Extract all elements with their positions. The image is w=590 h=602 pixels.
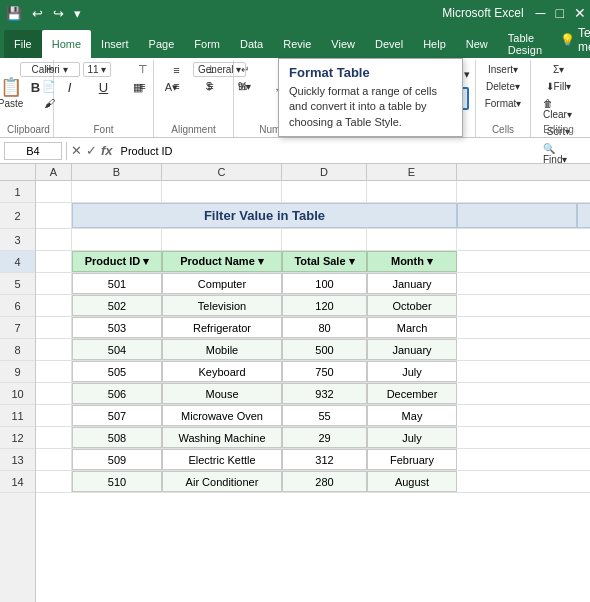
row-num-3[interactable]: 3 — [0, 229, 35, 251]
row-num-9[interactable]: 9 — [0, 361, 35, 383]
cell-9c[interactable]: Keyboard — [162, 361, 282, 382]
row-num-13[interactable]: 13 — [0, 449, 35, 471]
cell-5b[interactable]: 501 — [72, 273, 162, 294]
maximize-button[interactable]: □ — [556, 5, 564, 21]
align-top-button[interactable]: ⊤ — [127, 62, 159, 77]
find-button[interactable]: 🔍Find▾ — [537, 141, 580, 167]
cell-11a[interactable] — [36, 405, 72, 426]
cell-9d[interactable]: 750 — [282, 361, 367, 382]
close-button[interactable]: ✕ — [574, 5, 586, 21]
cell-14d[interactable]: 280 — [282, 471, 367, 492]
cell-4b[interactable]: Product ID ▾ — [72, 251, 162, 272]
undo-button[interactable]: ↩ — [30, 4, 45, 23]
formula-confirm-icon[interactable]: ✓ — [86, 143, 97, 158]
col-header-d[interactable]: D — [282, 164, 367, 180]
cell-12c[interactable]: Washing Machine — [162, 427, 282, 448]
cell-6a[interactable] — [36, 295, 72, 316]
cell-5c[interactable]: Computer — [162, 273, 282, 294]
cell-5e[interactable]: January — [367, 273, 457, 294]
cell-8d[interactable]: 500 — [282, 339, 367, 360]
cell-11d[interactable]: 55 — [282, 405, 367, 426]
cell-4d[interactable]: Total Sale ▾ — [282, 251, 367, 272]
cell-4a[interactable] — [36, 251, 72, 272]
cell-11b[interactable]: 507 — [72, 405, 162, 426]
row-num-8[interactable]: 8 — [0, 339, 35, 361]
cell-9e[interactable]: July — [367, 361, 457, 382]
redo-button[interactable]: ↪ — [51, 4, 66, 23]
cell-6d[interactable]: 120 — [282, 295, 367, 316]
col-header-c[interactable]: C — [162, 164, 282, 180]
formula-cancel-icon[interactable]: ✕ — [71, 143, 82, 158]
cell-1a[interactable] — [36, 181, 72, 202]
align-left-button[interactable]: ≡ — [127, 79, 159, 93]
cell-2c[interactable] — [457, 203, 577, 228]
cell-10d[interactable]: 932 — [282, 383, 367, 404]
cell-2a[interactable] — [36, 203, 72, 228]
cell-2d[interactable] — [577, 203, 590, 228]
cell-1e[interactable] — [367, 181, 457, 202]
row-num-7[interactable]: 7 — [0, 317, 35, 339]
cell-9a[interactable] — [36, 361, 72, 382]
cell-12d[interactable]: 29 — [282, 427, 367, 448]
cell-5a[interactable] — [36, 273, 72, 294]
cell-4e[interactable]: Month ▾ — [367, 251, 457, 272]
cell-9b[interactable]: 505 — [72, 361, 162, 382]
clear-button[interactable]: 🗑Clear▾ — [537, 96, 580, 122]
insert-cells-button[interactable]: Insert▾ — [482, 62, 524, 77]
cell-13a[interactable] — [36, 449, 72, 470]
cell-5d[interactable]: 100 — [282, 273, 367, 294]
cell-7a[interactable] — [36, 317, 72, 338]
cell-7e[interactable]: March — [367, 317, 457, 338]
cell-1c[interactable] — [162, 181, 282, 202]
col-header-a[interactable]: A — [36, 164, 72, 180]
cell-13c[interactable]: Electric Kettle — [162, 449, 282, 470]
tab-help[interactable]: Help — [413, 30, 456, 58]
row-num-11[interactable]: 11 — [0, 405, 35, 427]
row-num-12[interactable]: 12 — [0, 427, 35, 449]
cell-11e[interactable]: May — [367, 405, 457, 426]
cell-1b[interactable] — [72, 181, 162, 202]
underline-button[interactable]: U — [88, 79, 120, 96]
row-num-4[interactable]: 4 — [0, 251, 35, 273]
cell-6b[interactable]: 502 — [72, 295, 162, 316]
italic-button[interactable]: I — [54, 79, 86, 96]
cell-6e[interactable]: October — [367, 295, 457, 316]
cell-13b[interactable]: 509 — [72, 449, 162, 470]
cell-2b[interactable]: Filter Value in Table — [72, 203, 457, 228]
cell-7d[interactable]: 80 — [282, 317, 367, 338]
cell-8e[interactable]: January — [367, 339, 457, 360]
align-middle-button[interactable]: ≡ — [161, 62, 193, 77]
function-icon[interactable]: fx — [101, 143, 113, 158]
cell-3c[interactable] — [162, 229, 282, 250]
row-num-1[interactable]: 1 — [0, 181, 35, 203]
minimize-button[interactable]: ─ — [536, 5, 546, 21]
cell-10c[interactable]: Mouse — [162, 383, 282, 404]
row-num-2[interactable]: 2 — [0, 203, 35, 229]
cell-3d[interactable] — [282, 229, 367, 250]
cell-4c[interactable]: Product Name ▾ — [162, 251, 282, 272]
tab-form[interactable]: Form — [184, 30, 230, 58]
col-header-e[interactable]: E — [367, 164, 457, 180]
cell-3b[interactable] — [72, 229, 162, 250]
tab-review[interactable]: Revie — [273, 30, 321, 58]
tab-file[interactable]: File — [4, 30, 42, 58]
cell-8b[interactable]: 504 — [72, 339, 162, 360]
delete-cells-button[interactable]: Delete▾ — [480, 79, 526, 94]
tab-home[interactable]: Home — [42, 30, 91, 58]
cell-14c[interactable]: Air Conditioner — [162, 471, 282, 492]
tab-insert[interactable]: Insert — [91, 30, 139, 58]
cell-10a[interactable] — [36, 383, 72, 404]
cell-10b[interactable]: 506 — [72, 383, 162, 404]
autosum-button[interactable]: Σ▾ — [543, 62, 575, 77]
cell-6c[interactable]: Television — [162, 295, 282, 316]
cell-12e[interactable]: July — [367, 427, 457, 448]
align-center-button[interactable]: ≡ — [161, 79, 193, 93]
cell-8a[interactable] — [36, 339, 72, 360]
tab-page[interactable]: Page — [139, 30, 185, 58]
font-size-button[interactable]: 11 ▾ — [83, 62, 112, 77]
tab-developer[interactable]: Devel — [365, 30, 413, 58]
cell-10e[interactable]: December — [367, 383, 457, 404]
cell-12b[interactable]: 508 — [72, 427, 162, 448]
cell-14b[interactable]: 510 — [72, 471, 162, 492]
cell-13e[interactable]: February — [367, 449, 457, 470]
